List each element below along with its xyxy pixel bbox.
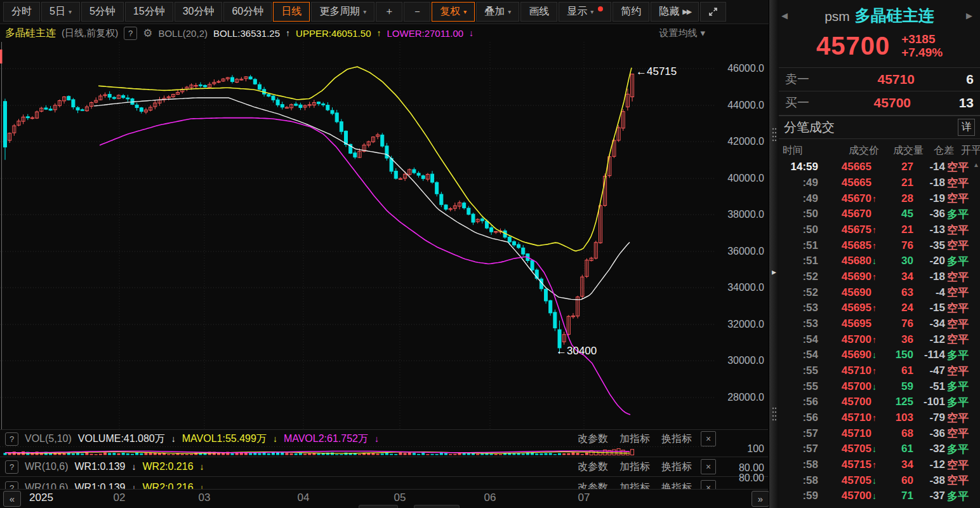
tick-row[interactable]: 14:594566527-14空平: [779, 159, 980, 175]
indicator-button-2[interactable]: 换指标: [661, 481, 692, 490]
tick-row[interactable]: :5045675↑21-13空平: [779, 222, 980, 238]
tab-more-periods[interactable]: 更多周期▾: [311, 2, 374, 22]
down-arrow-icon: ↓: [171, 434, 176, 444]
detail-button[interactable]: 详: [958, 119, 975, 136]
tick-row[interactable]: :5845705↓60-38空平: [779, 472, 980, 488]
tick-row[interactable]: :5945700↓71-37多平: [779, 488, 980, 504]
indicator-axis-label: 80.00: [717, 472, 764, 484]
tick-row[interactable]: :5645700125-101多平: [779, 394, 980, 410]
indicator-button-2[interactable]: 换指标: [661, 432, 692, 446]
indicator-button-0[interactable]: 改参数: [578, 460, 608, 474]
tool-simple[interactable]: 简约: [612, 2, 649, 22]
indicator-button-2[interactable]: 换指标: [661, 460, 692, 474]
indicator-button-1[interactable]: 加指标: [619, 460, 650, 474]
change-percent: +7.49%: [901, 46, 943, 59]
tool-zoom-out[interactable]: －: [404, 2, 430, 22]
chart-header: 多晶硅主连 (日线,前复权) ? ⚙ BOLL(20,2) BOLL:36531…: [0, 24, 769, 42]
up-arrow-icon: ↑: [871, 366, 882, 376]
next-symbol-icon[interactable]: ▶: [966, 11, 977, 20]
help-icon[interactable]: ?: [5, 481, 18, 490]
bid-row[interactable]: 买一 45700 13: [779, 91, 980, 114]
bottom-tab[interactable]: [414, 505, 460, 508]
price-tick-label: 32000.0: [717, 319, 764, 330]
tick-row[interactable]: :5345695↑24-15空平: [779, 300, 980, 316]
help-icon[interactable]: ?: [5, 460, 18, 474]
volume-value: VOLUME:41.080万: [78, 432, 165, 446]
tool-fullscreen[interactable]: [700, 2, 726, 22]
indicator-button-0[interactable]: 改参数: [578, 432, 608, 446]
tab-5min[interactable]: 5分钟: [81, 2, 124, 22]
column-header: 仓差: [924, 144, 954, 157]
tab-daily[interactable]: 日线: [273, 2, 310, 22]
indicator-button-1[interactable]: 加指标: [619, 432, 650, 446]
tool-draw-line[interactable]: 画线: [520, 2, 557, 22]
symbol-nav: ◀ psm多晶硅主连 ▶: [781, 4, 977, 27]
mavol2-value: MAVOL2:61.752万: [284, 432, 368, 446]
help-icon[interactable]: ?: [5, 432, 18, 446]
tick-row[interactable]: :5245690↑34-18空平: [779, 269, 980, 285]
indicator-button-0[interactable]: 改参数: [578, 481, 608, 490]
symbol-name: 多晶硅主连: [5, 27, 56, 40]
bottom-tab[interactable]: [359, 505, 398, 508]
last-price: 45700: [816, 32, 890, 60]
tab-5day[interactable]: 5日▾: [41, 2, 80, 22]
column-header: 开平: [954, 144, 980, 157]
indicator-button-1[interactable]: 加指标: [619, 481, 650, 490]
tick-row[interactable]: :574571068-36空平: [779, 425, 980, 441]
tick-row[interactable]: :504567045-36多平: [779, 206, 980, 222]
gear-icon[interactable]: ⚙: [143, 27, 152, 40]
column-header: 成交价: [818, 144, 879, 157]
tab-30min[interactable]: 30分钟: [175, 2, 223, 22]
tool-display[interactable]: 显示▾: [559, 2, 611, 22]
up-arrow-icon: ↑: [871, 272, 882, 282]
tool-zoom-in[interactable]: ＋: [376, 2, 402, 22]
close-icon[interactable]: ×: [701, 459, 716, 474]
tick-row[interactable]: :4945670↑28-19空平: [779, 190, 980, 206]
down-arrow-icon: ↓: [871, 444, 882, 454]
scroll-right-button[interactable]: »: [752, 491, 769, 507]
close-icon[interactable]: ×: [701, 431, 716, 446]
chevron-down-icon: ▾: [363, 8, 366, 15]
lower-band-value: LOWER:27011.00: [387, 28, 463, 39]
price-tick-label: 28000.0: [717, 392, 764, 403]
drag-dots-icon: [772, 127, 777, 144]
tick-row[interactable]: :5745705↓61-32多平: [779, 441, 980, 457]
tick-row[interactable]: :5145685↑76-35空平: [779, 237, 980, 253]
scroll-left-button[interactable]: «: [3, 491, 21, 507]
tick-list[interactable]: ▲ 14:594566527-14空平:494566521-18空平:49456…: [779, 159, 980, 508]
tick-row[interactable]: :494566521-18空平: [779, 175, 980, 191]
tick-row[interactable]: :5645710↑103-79空平: [779, 410, 980, 426]
ask-label: 卖一: [785, 71, 826, 88]
tick-row[interactable]: :524569063-4空平: [779, 284, 980, 300]
wr-param-label: WR(10,6): [25, 482, 68, 489]
toolbar: 分时5日▾5分钟15分钟30分钟60分钟日线更多周期▾ ＋－复权▾叠加▾画线显示…: [0, 0, 769, 24]
tab-minute[interactable]: 分时: [3, 2, 40, 22]
prev-symbol-icon[interactable]: ◀: [781, 11, 793, 20]
tool-hide[interactable]: 隐藏▶▶: [651, 2, 699, 22]
help-icon[interactable]: ?: [124, 27, 137, 40]
tick-row[interactable]: :5545710↑61-47空平: [779, 363, 980, 379]
tick-row[interactable]: :534569576-34空平: [779, 316, 980, 332]
tool-overlay[interactable]: 叠加▾: [476, 2, 519, 22]
tick-row[interactable]: :5545700↓59-51多平: [779, 378, 980, 394]
price-tick-label: 30000.0: [717, 355, 764, 366]
ma-settings-button[interactable]: 设置均线 ▾: [659, 27, 705, 39]
scroll-up-icon[interactable]: ▲: [973, 161, 979, 168]
tick-row[interactable]: :5445700↑36-12空平: [779, 331, 980, 347]
tab-15min[interactable]: 15分钟: [125, 2, 173, 22]
tab-60min[interactable]: 60分钟: [223, 2, 272, 22]
panel-divider-handle[interactable]: ▸: [769, 0, 779, 508]
wr1-value: WR1:0.139: [74, 461, 125, 472]
fullscreen-icon: [708, 7, 718, 17]
tick-row[interactable]: :5845715↑34-12空平: [779, 457, 980, 473]
down-arrow-icon: ↓: [273, 434, 277, 444]
close-icon[interactable]: ×: [701, 480, 716, 489]
tick-row[interactable]: :5145680↓30-20多平: [779, 253, 980, 269]
symbol-title: psm多晶硅主连: [793, 5, 966, 26]
chevron-down-icon: ▾: [700, 27, 705, 39]
tick-row[interactable]: :5445690↓150-114多平: [779, 347, 980, 363]
tool-adjust[interactable]: 复权▾: [432, 2, 475, 22]
price-tick-label: 38000.0: [717, 209, 764, 220]
ask-row[interactable]: 卖一 45710 6: [779, 67, 980, 91]
chevron-down-icon: ▾: [69, 8, 72, 15]
